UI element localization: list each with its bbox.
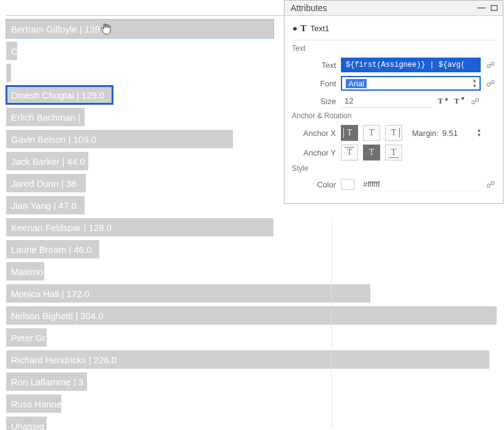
bar[interactable]: Unassig bbox=[6, 417, 47, 430]
size-increase-button[interactable]: T▲ bbox=[438, 96, 449, 106]
bar[interactable]: Jian Yang | 47.0 bbox=[6, 196, 85, 214]
panel-title: Attributes bbox=[291, 3, 327, 13]
text-field-input[interactable]: ${first(Assignee)} | ${avg( bbox=[341, 58, 481, 72]
attributes-panel: Attributes T Text1 Text Text ${first(Ass… bbox=[284, 0, 503, 204]
table-row[interactable]: Monica Hall | 172.0 bbox=[6, 284, 497, 303]
margin-value[interactable]: 9.51 bbox=[442, 129, 473, 138]
section-anchor-label: Anchor & Rotation bbox=[292, 111, 495, 120]
size-field-input[interactable]: 12 bbox=[341, 94, 433, 108]
anchor-y-top-button[interactable]: T bbox=[341, 145, 358, 160]
font-field-value: Arial bbox=[346, 79, 367, 88]
table-row[interactable]: Laurie Bream | 46.0 bbox=[6, 240, 497, 258]
bar-label: C bbox=[11, 46, 17, 56]
anchor-x-center-button[interactable]: T bbox=[363, 125, 380, 141]
margin-stepper[interactable]: ▲▼ bbox=[476, 128, 481, 138]
anchor-x-left-button[interactable]: T bbox=[341, 125, 358, 141]
bar[interactable]: Peter Gr bbox=[6, 328, 47, 347]
bar[interactable]: Maximo bbox=[6, 262, 44, 281]
bar-label: Bertram Gilfoyle | 139 bbox=[11, 24, 100, 34]
link-icon[interactable]: ☍ bbox=[470, 96, 480, 106]
size-field-value: 12 bbox=[345, 96, 353, 105]
table-row[interactable]: Russ Hanne bbox=[6, 394, 497, 413]
bar[interactable]: Russ Hanne bbox=[6, 394, 61, 413]
text-field-label: Text bbox=[292, 61, 336, 70]
section-style-label: Style bbox=[292, 164, 495, 173]
bar-label: Laurie Bream | 46.0 bbox=[11, 244, 91, 255]
margin-label: Margin: bbox=[412, 129, 438, 138]
text-field-value: ${first(Assignee)} | ${avg( bbox=[346, 61, 465, 69]
bar-label: Richard Hendricks | 226.0 bbox=[11, 355, 116, 365]
bar-label: Keenan Feldspar | 128.0 bbox=[11, 222, 112, 233]
panel-header[interactable]: Attributes bbox=[284, 1, 503, 16]
bar[interactable]: Jack Barker | 44.0 bbox=[6, 152, 88, 170]
divider bbox=[292, 40, 495, 40]
color-field-label: Color bbox=[292, 180, 336, 189]
text-object-icon: T bbox=[300, 23, 307, 34]
link-icon[interactable]: ☍ bbox=[486, 179, 495, 189]
bar-label: Peter Gr bbox=[11, 333, 46, 343]
selected-object-name: Text1 bbox=[310, 24, 329, 33]
bar[interactable]: Gavin Belson | 109.0 bbox=[6, 130, 233, 148]
size-field-label: Size bbox=[292, 97, 336, 106]
link-icon[interactable]: ☍ bbox=[486, 78, 495, 88]
font-field-label: Font bbox=[292, 79, 336, 88]
table-row[interactable]: Keenan Feldspar | 128.0 bbox=[6, 218, 497, 236]
anchor-x-label: Anchor X bbox=[292, 129, 336, 138]
table-row[interactable]: Maximo bbox=[6, 262, 497, 281]
table-row[interactable]: Nelson Bighetti | 304.0 bbox=[6, 306, 497, 325]
selected-object-row[interactable]: T Text1 bbox=[293, 23, 495, 34]
table-row[interactable]: Unassig bbox=[6, 417, 497, 430]
bar[interactable] bbox=[6, 64, 11, 82]
bar[interactable]: Jared Dunn | 38 bbox=[6, 174, 86, 192]
bar[interactable]: C bbox=[6, 42, 17, 60]
color-field-input[interactable]: #ffffff bbox=[359, 178, 481, 191]
anchor-y-label: Anchor Y bbox=[292, 148, 336, 157]
minimize-icon[interactable] bbox=[477, 7, 486, 9]
table-row[interactable]: Ron Laflamme | 3 bbox=[6, 372, 497, 391]
bar-label: Maximo bbox=[11, 266, 44, 277]
bar-label: Monica Hall | 172.0 bbox=[11, 289, 90, 299]
bar-label: Jian Yang | 47.0 bbox=[11, 200, 77, 211]
bar[interactable]: Laurie Bream | 46.0 bbox=[6, 240, 99, 258]
table-row[interactable]: Richard Hendricks | 226.0 bbox=[6, 350, 497, 369]
bar-label: Erlich Bachman | bbox=[11, 112, 80, 123]
anchor-y-bottom-button[interactable]: T bbox=[385, 145, 402, 160]
center-guide bbox=[331, 222, 332, 428]
color-swatch[interactable] bbox=[341, 179, 354, 190]
size-decrease-button[interactable]: T▼ bbox=[454, 96, 466, 106]
font-field-input[interactable]: Arial ▲▼ bbox=[341, 76, 481, 91]
dropdown-icon[interactable]: ▲▼ bbox=[472, 77, 477, 89]
bar-label: Nelson Bighetti | 304.0 bbox=[11, 311, 104, 321]
bar[interactable]: Ron Laflamme | 3 bbox=[6, 372, 87, 391]
bar[interactable]: Erlich Bachman | bbox=[6, 108, 85, 126]
table-row[interactable]: Peter Gr bbox=[6, 328, 497, 347]
bar-label: Dinesh Chugtai | 129.0 bbox=[11, 90, 104, 100]
maximize-icon[interactable] bbox=[491, 5, 498, 11]
bar-label: Jared Dunn | 38 bbox=[11, 178, 76, 189]
bar[interactable]: Monica Hall | 172.0 bbox=[6, 284, 370, 303]
bar[interactable]: Keenan Feldspar | 128.0 bbox=[6, 218, 273, 236]
bar[interactable]: Dinesh Chugtai | 129.0 bbox=[6, 86, 113, 104]
bullet-icon bbox=[293, 27, 297, 31]
bar[interactable]: Bertram Gilfoyle | 139 bbox=[6, 20, 273, 38]
bar-label: Unassig bbox=[11, 421, 44, 431]
anchor-x-right-button[interactable]: T bbox=[385, 125, 402, 141]
color-field-value: #ffffff bbox=[363, 179, 380, 189]
bar-label: Ron Laflamme | 3 bbox=[11, 377, 83, 387]
section-text-label: Text bbox=[292, 44, 495, 53]
link-icon[interactable]: ☍ bbox=[486, 60, 495, 70]
bar[interactable]: Richard Hendricks | 226.0 bbox=[6, 350, 489, 369]
bar-label: Gavin Belson | 109.0 bbox=[11, 134, 96, 145]
bar-label: Jack Barker | 44.0 bbox=[11, 156, 85, 167]
bar-label: Russ Hanne bbox=[11, 399, 61, 409]
anchor-y-middle-button[interactable]: T bbox=[363, 145, 380, 160]
bar[interactable]: Nelson Bighetti | 304.0 bbox=[6, 306, 497, 325]
